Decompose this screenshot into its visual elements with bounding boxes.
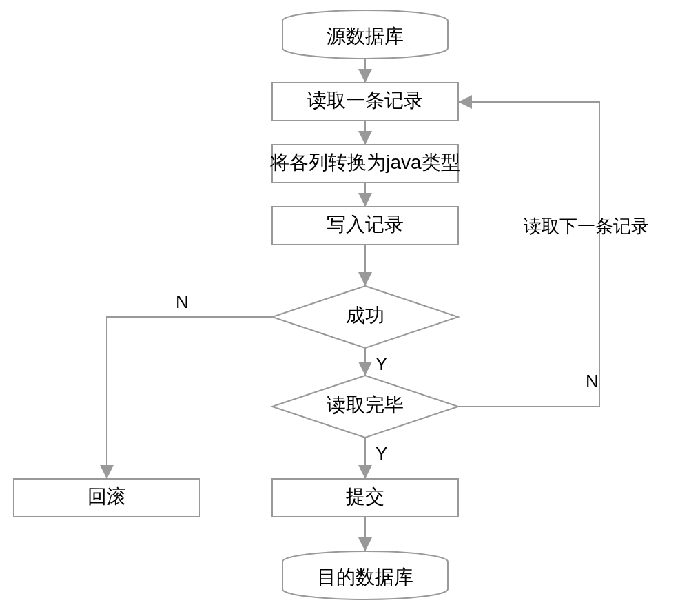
write-record-label: 写入记录 (327, 214, 404, 235)
read-done-label: 读取完毕 (327, 394, 404, 415)
node-success-decision: 成功 (272, 286, 458, 348)
label-no-success: N (176, 291, 189, 312)
label-yes-success: Y (376, 353, 387, 374)
label-yes-readdone: Y (376, 443, 387, 464)
node-commit: 提交 (272, 479, 458, 517)
target-db-label: 目的数据库 (317, 566, 413, 588)
node-read-done-decision: 读取完毕 (272, 376, 458, 438)
success-label: 成功 (346, 305, 384, 326)
node-read-record: 读取一条记录 (272, 83, 458, 121)
node-write-record: 写入记录 (272, 207, 458, 245)
commit-label: 提交 (346, 486, 384, 507)
node-source-db: 源数据库 (282, 10, 448, 59)
flowchart: 源数据库 读取一条记录 将各列转换为java类型 写入记录 成功 N Y 读取完… (0, 0, 689, 616)
node-target-db: 目的数据库 (282, 551, 448, 599)
node-convert-java: 将各列转换为java类型 (269, 145, 460, 183)
read-record-label: 读取一条记录 (307, 90, 423, 111)
source-db-label: 源数据库 (327, 25, 404, 47)
convert-java-label: 将各列转换为java类型 (269, 152, 460, 173)
rollback-label: 回滚 (88, 486, 126, 507)
label-no-readdone: N (586, 371, 599, 391)
node-rollback: 回滚 (14, 479, 200, 517)
label-read-next: 读取下一条记录 (524, 216, 649, 236)
